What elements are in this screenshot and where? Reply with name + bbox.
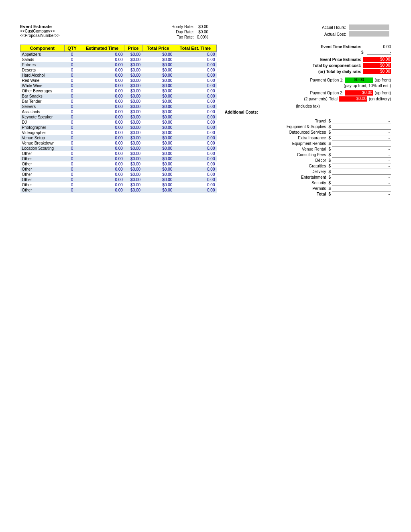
table-row: Other00.00$0.00$0.000.00 [20,151,217,156]
payment-option1-row: Payment Option 1: $0.00 (up front) [225,77,391,83]
payment-option2-note: (up front) [374,91,391,95]
table-row: Hard Alcohol00.00$0.00$0.000.00 [20,73,217,78]
payment-option2-label: Payment Option 2: [310,91,344,95]
payment-option1-value: $0.00 [345,77,373,83]
tax-rate-label: Tax Rate: [170,35,195,40]
event-time-estimate-row: Event Time Estimate: 0.00 [225,45,391,49]
company-info: Event Estimate <<CustCompany>> <<Proposa… [20,24,59,40]
additional-cost-row: Gratuities$- [225,163,391,169]
col-header-qty: QTY [64,45,80,52]
dash-value: - [367,50,391,55]
table-row: Assistants00.00$0.00$0.000.00 [20,109,217,114]
additional-cost-row: Total$- [225,192,391,197]
event-time-estimate-value: 0.00 [363,45,391,49]
payment-option2-payments: (2 payments) [304,97,327,101]
table-row: Entrees00.00$0.00$0.000.00 [20,62,217,67]
total-by-component-value: $0.00 [363,63,391,68]
total-by-component-label: Total by component cost: [313,63,361,68]
total-by-daily-row: (or) Total by daily rate: $0.00 [225,69,391,74]
table-row: Venue Breakdown00.00$0.00$0.000.00 [20,141,217,146]
additional-cost-row: Equipment Rentals$- [225,141,391,147]
additional-cost-row: Equipment & Supplies$- [225,124,391,130]
main-content: Component QTY Estimated Time Price Total… [20,45,391,197]
payment-option2-value: $0.00 [345,90,373,96]
actual-cost-value [349,31,389,37]
table-row: Other00.00$0.00$0.000.00 [20,188,217,193]
table-row: Other00.00$0.00$0.000.00 [20,177,217,182]
additional-cost-row: Delivery$- [225,169,391,175]
payment-option2-delivery-note: (on delivery) [369,97,391,101]
additional-costs-table: Travel$-Equipment & Supplies$-Outsourced… [225,118,391,197]
table-row: Keynote Speaker00.00$0.00$0.000.00 [20,114,217,120]
event-price-estimate-block: Event Price Estimate: $0.00 Total by com… [225,57,391,74]
payment-option2-row: Payment Option 2: $0.00 (up front) [225,90,391,96]
payment-option1-sublabel-row: (pay up front, 10% off est.) [225,84,391,88]
table-row: Deserts00.00$0.00$0.000.00 [20,67,217,73]
day-rate-label: Day Rate: [170,29,195,35]
total-by-component-row: Total by component cost: $0.00 [225,63,391,68]
table-row: Venue Setup00.00$0.00$0.000.00 [20,135,217,141]
event-estimate-title: Event Estimate [20,24,59,29]
includes-tax-note: (includes tax) [225,104,391,108]
additional-costs-title: Additional Costs: [225,110,391,114]
table-row: Servers00.00$0.00$0.000.00 [20,104,217,109]
table-row: Other00.00$0.00$0.000.00 [20,182,217,188]
table-row: Location Scouting00.00$0.00$0.000.00 [20,146,217,151]
table-row: DJ00.00$0.00$0.000.00 [20,120,217,125]
payment-option1-sublabel: (pay up front, 10% off est.) [344,84,391,88]
col-header-component: Component [20,45,65,52]
payment-option2-total-label: Total [329,97,338,101]
col-header-price: Price [124,45,142,52]
additional-cost-row: Entertainment$- [225,175,391,180]
table-row: Other00.00$0.00$0.000.00 [20,167,217,172]
table-row: Other00.00$0.00$0.000.00 [20,156,217,161]
table-row: Appetizers00.00$0.00$0.000.00 [20,52,217,57]
component-table-area: Component QTY Estimated Time Price Total… [20,45,217,197]
table-row: Photographer00.00$0.00$0.000.00 [20,125,217,130]
payment-option2-total-value: $0.00 [339,96,367,102]
table-row: Other Beverages00.00$0.00$0.000.00 [20,88,217,94]
company-name: <<CustCompany>> [20,29,59,33]
page-header: Event Estimate <<CustCompany>> <<Proposa… [20,24,391,40]
additional-cost-row: Security$- [225,180,391,186]
event-time-estimate-label: Event Time Estimate: [321,45,361,49]
table-row: Videographer00.00$0.00$0.000.00 [20,130,217,135]
payment-option1-label: Payment Option 1: [310,78,344,82]
table-row: Salads00.00$0.00$0.000.00 [20,57,217,62]
hourly-rate-value: $0.00 [195,24,210,29]
proposal-number: <<ProposalNumber>> [20,33,59,38]
actual-cost-label: Actual Cost: [320,31,348,38]
col-header-total-price: Total Price [142,45,174,52]
hourly-rate-label: Hourly Rate: [170,24,195,29]
day-rate-value: $0.00 [195,29,210,35]
dollar-sign: $ [361,50,365,55]
col-header-est-time: Estimated Time [80,45,124,52]
table-row: Bar Tender00.00$0.00$0.000.00 [20,99,217,104]
component-table: Component QTY Estimated Time Price Total… [20,45,217,193]
actual-info: Actual Hours: Actual Cost: [320,24,391,40]
additional-cost-row: Consulting Fees$- [225,152,391,158]
payment-block: Payment Option 1: $0.00 (up front) (pay … [225,77,391,102]
dollar-dash-row: $ - [225,50,391,55]
tax-rate-value: 0.00% [195,35,210,40]
additional-cost-row: Extra Insurance$- [225,135,391,141]
total-by-daily-value: $0.00 [363,69,391,74]
event-time-estimate-block: Event Time Estimate: 0.00 $ - [225,45,391,55]
rate-info: Hourly Rate: $0.00 Day Rate: $0.00 Tax R… [170,24,210,40]
table-row: Other00.00$0.00$0.000.00 [20,161,217,167]
event-price-estimate-row: Event Price Estimate: $0.00 [225,57,391,62]
actual-hours-value [349,24,389,30]
right-panel: Event Time Estimate: 0.00 $ - Event Pric… [225,45,391,197]
additional-cost-row: Travel$- [225,118,391,124]
actual-hours-label: Actual Hours: [320,24,348,31]
additional-costs-section: Additional Costs: Travel$-Equipment & Su… [225,110,391,197]
table-row: Red Wine00.00$0.00$0.000.00 [20,78,217,83]
payment-option2-payments-row: (2 payments) Total $0.00 (on delivery) [225,96,391,102]
additional-cost-row: Venue Rental$- [225,147,391,152]
total-by-daily-label: (or) Total by daily rate: [318,69,361,74]
event-price-estimate-value: $0.00 [363,57,391,62]
table-row: White Wine00.00$0.00$0.000.00 [20,83,217,88]
table-row: Bar Snacks00.00$0.00$0.000.00 [20,94,217,99]
table-row: Other00.00$0.00$0.000.00 [20,172,217,177]
payment-option1-note: (up front) [374,78,391,82]
